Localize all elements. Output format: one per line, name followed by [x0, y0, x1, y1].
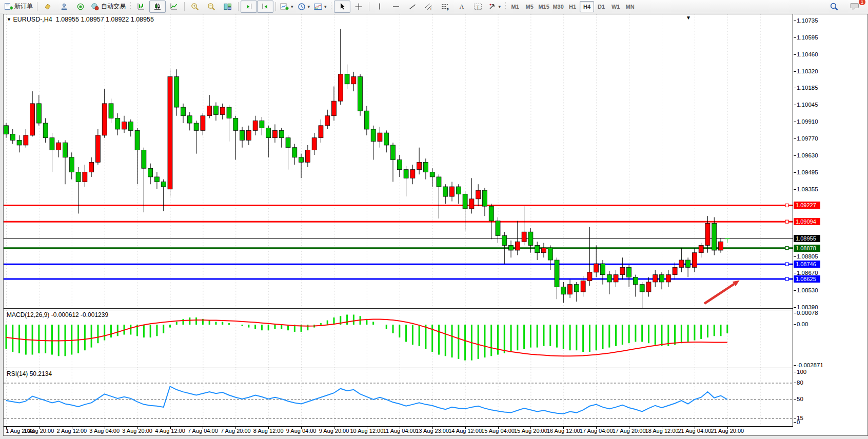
expert-advisor-icon [60, 3, 68, 11]
rsi-axis-label: 80 [797, 380, 803, 386]
timeframe-m5-button[interactable]: M5 [522, 1, 537, 12]
line-handle[interactable] [785, 220, 788, 223]
candle-body [482, 190, 487, 206]
time-label: 21 Aug 20:00 [711, 428, 744, 434]
clock-icon [298, 3, 306, 11]
signals-button[interactable] [72, 1, 89, 13]
candle-body [115, 118, 120, 129]
candle-body [699, 245, 703, 252]
price-chart-pane[interactable]: ▼ EURUSD-,H4 1.08955 1.08957 1.08922 1.0… [4, 14, 793, 308]
price-tick-label: 1.10460 [797, 51, 818, 57]
text-button[interactable]: A [453, 1, 470, 13]
new-order-button[interactable]: 新订单 [2, 1, 35, 13]
toolbar-grip [129, 2, 131, 11]
timeframe-d1-button[interactable]: D1 [594, 1, 608, 12]
notifications-button[interactable]: 1 [846, 1, 863, 13]
time-axis[interactable]: 1 Aug 20231 Aug 20:002 Aug 12:003 Aug 04… [4, 427, 867, 434]
text-label-button[interactable]: T [470, 1, 486, 13]
chevron-down-icon[interactable]: ▾ [308, 4, 310, 9]
chart-shift-button[interactable] [257, 1, 273, 13]
candle-body [404, 170, 408, 178]
zoom-in-icon [191, 3, 199, 11]
candlestick-chart[interactable] [4, 14, 793, 308]
timeframe-m15-button[interactable]: M15 [537, 1, 551, 12]
timeframe-mn-button[interactable]: MN [623, 1, 637, 12]
candle-body [83, 172, 87, 182]
templates-button[interactable]: ▾ [312, 1, 329, 13]
autotrade-button[interactable]: 自动交易 [89, 1, 128, 13]
timeframe-h4-button[interactable]: H4 [580, 1, 594, 12]
arrows-button[interactable]: ▾ [486, 1, 503, 13]
zoom-in-button[interactable] [187, 1, 203, 13]
auto-scroll-button[interactable] [241, 1, 257, 13]
svg-text:E: E [430, 7, 433, 11]
time-label: 3 Aug 04:00 [89, 428, 120, 434]
timeframe-m30-button[interactable]: M30 [551, 1, 565, 12]
time-label: 8 Aug 12:00 [253, 428, 284, 434]
vertical-line-button[interactable] [371, 1, 388, 13]
price-tick-label: 1.09630 [797, 152, 818, 158]
zoom-out-button[interactable] [203, 1, 220, 13]
equidistant-channel-button[interactable]: E [421, 1, 437, 13]
tile-windows-icon [224, 3, 232, 10]
candle-body [378, 133, 382, 142]
candle-body [587, 272, 592, 281]
candle-chart-button[interactable] [149, 1, 166, 13]
time-label: 9 Aug 04:00 [286, 428, 317, 434]
indicators-button[interactable]: ▾ [278, 1, 295, 13]
eraser-button[interactable] [40, 1, 56, 13]
candle-body [181, 107, 186, 116]
candle-body [227, 107, 231, 118]
notification-badge: 1 [858, 0, 866, 6]
line-handle[interactable] [785, 204, 788, 207]
cursor-button[interactable] [334, 1, 350, 13]
time-label: 18 Aug 12:00 [645, 428, 679, 434]
periods-button[interactable]: ▾ [295, 1, 312, 13]
candle-body [692, 253, 697, 268]
chart-title: ▼ EURUSD-,H4 1.08955 1.08957 1.08922 1.0… [7, 16, 154, 23]
expert-advisor-button[interactable] [56, 1, 72, 13]
candle-body [640, 285, 644, 292]
template-icon [314, 3, 322, 10]
candle-body [719, 242, 723, 250]
timeframe-h1-button[interactable]: H1 [565, 1, 580, 12]
candle-body [679, 260, 684, 267]
tile-windows-button[interactable] [220, 1, 236, 13]
line-handle[interactable] [785, 263, 788, 266]
fibonacci-button[interactable]: F [437, 1, 453, 13]
macd-indicator-pane[interactable]: MACD(12,26,9) -0.000612 -0.001239 [4, 310, 793, 368]
chevron-down-icon[interactable]: ▾ [499, 4, 501, 9]
time-label: 13 Aug 23:00 [416, 428, 449, 434]
horizontal-line-button[interactable] [388, 1, 404, 13]
crosshair-icon [354, 3, 363, 11]
chevron-down-icon[interactable]: ▾ [324, 4, 327, 9]
candle-body [325, 116, 330, 126]
price-axis[interactable]: 1.107351.105951.104601.103201.101851.100… [793, 14, 867, 427]
macd-label: MACD(12,26,9) -0.000612 -0.001239 [7, 311, 108, 318]
candle-body [174, 76, 179, 107]
collapse-triangle-icon[interactable]: ▼ [7, 17, 11, 22]
line-handle[interactable] [785, 247, 788, 250]
macd-chart[interactable] [4, 310, 793, 368]
candle-body [299, 157, 304, 163]
chart-shift-marker-icon[interactable]: ▼ [686, 15, 691, 21]
rsi-indicator-pane[interactable]: RSI(14) 50.2134 [4, 369, 793, 426]
bar-chart-button[interactable] [133, 1, 149, 13]
candle-body [430, 172, 435, 177]
annotation-arrow[interactable] [704, 284, 734, 304]
candle-body [410, 170, 415, 178]
candle-body [338, 74, 343, 101]
timeframe-w1-button[interactable]: W1 [608, 1, 623, 12]
price-line-badge: 1.08625 [794, 275, 820, 283]
timeframe-m1-button[interactable]: M1 [508, 1, 522, 12]
toolbar-separator [369, 2, 369, 11]
line-chart-button[interactable] [166, 1, 182, 13]
trendline-button[interactable] [404, 1, 421, 13]
rsi-chart[interactable] [4, 369, 793, 426]
crosshair-button[interactable] [350, 1, 367, 13]
search-button[interactable] [826, 1, 842, 13]
candle-body [502, 235, 507, 245]
line-handle[interactable] [785, 277, 788, 281]
chevron-down-icon[interactable]: ▾ [291, 4, 293, 9]
candle-body [43, 123, 48, 138]
